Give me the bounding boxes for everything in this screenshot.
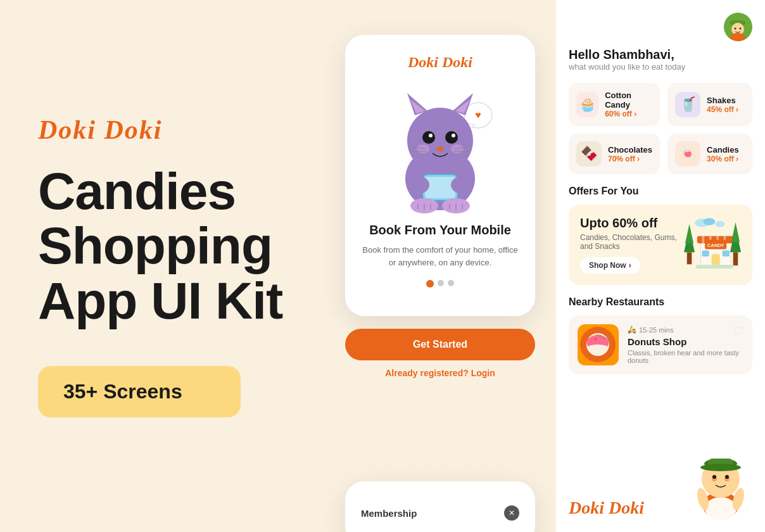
greeting-name: Hello Shambhavi, [569,48,752,62]
svg-point-68 [705,497,737,520]
svg-rect-56 [696,265,733,269]
cotton-candy-name: Cotton Candy [605,91,652,110]
membership-label: Membership [361,508,417,519]
shop-now-button[interactable]: Shop Now › [580,257,640,274]
hero-title: CandiesShoppingApp UI Kit [38,164,329,327]
svg-point-36 [735,28,737,30]
left-section: Doki Doki CandiesShoppingApp UI Kit 35+ … [38,0,329,532]
svg-point-22 [407,176,429,194]
svg-text:CANDY: CANDY [707,243,724,248]
chocolates-icon: 🍫 [576,141,602,167]
svg-rect-50 [712,254,720,265]
svg-point-58 [703,218,715,225]
category-chocolates[interactable]: 🍫 Chocolates 70% off › [569,134,660,174]
offer-desc: Candies, Chocolates, Gums, and Snacks [580,233,678,251]
svg-point-12 [452,134,455,137]
svg-rect-44 [702,236,704,243]
dot-2 [438,280,444,286]
slide-title: Book From Your Mobile [361,223,519,238]
svg-rect-39 [687,252,692,264]
svg-point-10 [445,131,458,144]
svg-point-76 [725,475,729,479]
svg-point-72 [700,464,741,471]
greeting: Hello Shambhavi, what would you like to … [569,48,752,72]
svg-point-37 [740,28,742,30]
svg-rect-53 [733,252,738,265]
category-grid: 🧁 Cotton Candy 60% off › 🥤 Shakes 45% of… [569,83,752,174]
shakes-off: 45% off › [707,105,738,114]
heart-icon[interactable]: ♡ [733,324,743,338]
close-button[interactable]: ✕ [504,505,519,521]
nearby-card: 🛵 15-25 mins Donuts Shop Classis, broken… [569,315,752,374]
bottom-character [689,431,752,524]
svg-text:♥: ♥ [475,110,481,120]
brand-logo-left: Doki Doki [38,115,329,145]
screens-count: 35+ Screens [63,380,182,403]
svg-rect-21 [425,177,455,198]
screens-badge: 35+ Screens [38,366,241,417]
svg-point-75 [712,475,716,479]
shakes-name: Shakes [707,96,738,105]
svg-point-23 [451,176,474,194]
chocolates-off: 70% off › [608,155,652,163]
svg-point-9 [422,131,435,144]
svg-marker-41 [685,224,693,243]
login-link[interactable]: Already registered? Login [345,368,535,378]
nearby-name: Donuts Shop [628,336,743,347]
get-started-button[interactable]: Get Started [345,329,535,360]
brand-logo-right: Doki Doki [569,498,644,524]
svg-rect-52 [723,251,730,256]
cotton-candy-icon: 🧁 [576,92,598,117]
top-bar [569,13,752,41]
candies-off: 30% off › [707,155,739,163]
candies-name: Candies [707,145,739,155]
svg-point-4 [407,108,473,174]
membership-card: Membership ✕ [345,481,535,532]
nearby-image [578,324,619,365]
candies-icon: 🍬 [675,141,700,167]
svg-point-15 [451,144,464,153]
svg-rect-51 [702,251,709,256]
nearby-title: Nearby Restaurants [569,296,752,308]
cotton-candy-off: 60% off › [605,110,652,118]
dot-3 [448,280,454,286]
middle-section: Doki Doki ♥ [345,35,535,378]
offer-image: CANDY [684,220,741,270]
offers-title: Offers For You [569,186,752,197]
phone-card-main: Doki Doki ♥ [345,35,535,316]
chocolates-name: Chocolates [608,145,652,155]
svg-point-13 [437,146,443,151]
avatar [724,13,752,41]
offer-title: Upto 60% off [580,216,678,231]
greeting-sub: what would you like to eat today [569,62,752,72]
nearby-time: 🛵 15-25 mins [628,326,743,334]
category-shakes[interactable]: 🥤 Shakes 45% off › [667,83,752,126]
cat-illustration: ♥ [377,80,503,213]
right-section: Hello Shambhavi, what would you like to … [556,0,765,532]
slide-desc: Book from the comfort of your home, offi… [361,244,519,269]
svg-marker-55 [731,222,740,242]
phone-brand: Doki Doki [361,54,519,71]
dot-1 [426,280,434,288]
category-candies[interactable]: 🍬 Candies 30% off › [667,134,752,174]
slide-dots [361,280,519,288]
category-cotton-candy[interactable]: 🧁 Cotton Candy 60% off › [569,83,660,126]
nearby-desc: Classis, broken hear and more tasty donu… [628,349,743,364]
svg-point-14 [417,144,429,153]
shakes-icon: 🥤 [675,92,700,117]
svg-point-59 [715,221,724,227]
svg-point-11 [429,134,433,137]
offer-card: Upto 60% off Candies, Chocolates, Gums, … [569,205,752,285]
